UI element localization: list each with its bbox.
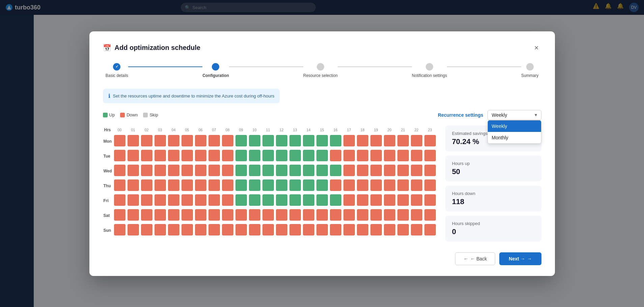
cell-sun-20[interactable] — [383, 223, 396, 238]
cell-fri-18[interactable] — [356, 194, 369, 208]
cell-box-wed-3[interactable] — [155, 165, 166, 176]
cell-sat-9[interactable] — [235, 208, 248, 223]
cell-thu-19[interactable] — [370, 179, 383, 193]
cell-sat-16[interactable] — [329, 208, 342, 223]
cell-sun-15[interactable] — [316, 223, 329, 238]
cell-fri-21[interactable] — [397, 194, 410, 208]
cell-box-fri-22[interactable] — [411, 194, 422, 206]
cell-box-thu-6[interactable] — [195, 179, 206, 191]
cell-box-wed-13[interactable] — [289, 165, 301, 176]
cell-box-fri-6[interactable] — [195, 194, 206, 206]
cell-box-sat-0[interactable] — [114, 209, 125, 221]
cell-sun-0[interactable] — [113, 223, 126, 238]
cell-box-wed-7[interactable] — [208, 165, 220, 176]
cell-fri-8[interactable] — [221, 194, 234, 208]
cell-box-tue-15[interactable] — [316, 150, 328, 161]
cell-box-wed-17[interactable] — [343, 165, 355, 176]
cell-fri-17[interactable] — [343, 194, 356, 208]
cell-fri-14[interactable] — [302, 194, 315, 208]
cell-box-mon-10[interactable] — [249, 135, 260, 146]
cell-box-wed-22[interactable] — [411, 165, 422, 176]
cell-box-fri-14[interactable] — [303, 194, 314, 206]
dropdown-option-weekly[interactable]: Weekly — [488, 120, 541, 132]
cell-box-thu-4[interactable] — [168, 179, 179, 191]
cell-box-fri-10[interactable] — [249, 194, 260, 206]
cell-box-sun-11[interactable] — [262, 224, 274, 235]
cell-box-fri-23[interactable] — [424, 194, 436, 206]
cell-mon-16[interactable] — [329, 134, 342, 148]
cell-fri-19[interactable] — [370, 194, 383, 208]
cell-box-sun-16[interactable] — [330, 224, 341, 235]
cell-box-sat-4[interactable] — [168, 209, 179, 221]
cell-tue-3[interactable] — [154, 149, 167, 163]
cell-mon-6[interactable] — [194, 134, 207, 148]
cell-box-sat-15[interactable] — [316, 209, 328, 221]
cell-box-wed-12[interactable] — [276, 165, 287, 176]
cell-box-tue-13[interactable] — [289, 150, 301, 161]
cell-box-sun-19[interactable] — [370, 224, 382, 235]
cell-sat-7[interactable] — [208, 208, 221, 223]
cell-box-wed-4[interactable] — [168, 165, 179, 176]
cell-box-fri-0[interactable] — [114, 194, 125, 206]
cell-mon-9[interactable] — [235, 134, 248, 148]
cell-box-tue-19[interactable] — [370, 150, 382, 161]
cell-box-fri-19[interactable] — [370, 194, 382, 206]
cell-box-thu-5[interactable] — [181, 179, 193, 191]
cell-wed-10[interactable] — [248, 164, 261, 178]
cell-wed-13[interactable] — [289, 164, 302, 178]
cell-box-tue-21[interactable] — [397, 150, 409, 161]
next-button[interactable]: Next → → — [499, 252, 541, 265]
cell-box-fri-9[interactable] — [235, 194, 247, 206]
cell-thu-22[interactable] — [410, 179, 423, 193]
cell-sat-5[interactable] — [181, 208, 194, 223]
cell-sun-8[interactable] — [221, 223, 234, 238]
cell-box-thu-18[interactable] — [357, 179, 368, 191]
recurrence-dropdown[interactable]: Weekly Monthly — [487, 110, 541, 120]
cell-fri-20[interactable] — [383, 194, 396, 208]
cell-box-wed-16[interactable] — [330, 165, 341, 176]
cell-box-sat-19[interactable] — [370, 209, 382, 221]
cell-sat-6[interactable] — [194, 208, 207, 223]
cell-fri-5[interactable] — [181, 194, 194, 208]
cell-box-wed-11[interactable] — [262, 165, 274, 176]
cell-box-sat-12[interactable] — [276, 209, 287, 221]
cell-sat-20[interactable] — [383, 208, 396, 223]
cell-mon-5[interactable] — [181, 134, 194, 148]
cell-sun-22[interactable] — [410, 223, 423, 238]
cell-box-fri-18[interactable] — [357, 194, 368, 206]
cell-sat-2[interactable] — [140, 208, 153, 223]
cell-sat-14[interactable] — [302, 208, 315, 223]
cell-sat-15[interactable] — [316, 208, 329, 223]
cell-tue-12[interactable] — [275, 149, 288, 163]
cell-box-thu-17[interactable] — [343, 179, 355, 191]
cell-thu-18[interactable] — [356, 179, 369, 193]
cell-mon-19[interactable] — [370, 134, 383, 148]
cell-box-sat-2[interactable] — [141, 209, 152, 221]
cell-box-sat-5[interactable] — [181, 209, 193, 221]
cell-box-sun-3[interactable] — [155, 224, 166, 235]
cell-box-thu-20[interactable] — [384, 179, 395, 191]
cell-box-thu-1[interactable] — [128, 179, 139, 191]
cell-box-tue-11[interactable] — [262, 150, 274, 161]
cell-sat-4[interactable] — [167, 208, 180, 223]
cell-thu-9[interactable] — [235, 179, 248, 193]
cell-box-sat-17[interactable] — [343, 209, 355, 221]
cell-box-wed-10[interactable] — [249, 165, 260, 176]
cell-box-mon-17[interactable] — [343, 135, 355, 146]
cell-box-wed-21[interactable] — [397, 165, 409, 176]
cell-sat-13[interactable] — [289, 208, 302, 223]
cell-box-sun-17[interactable] — [343, 224, 355, 235]
cell-box-tue-6[interactable] — [195, 150, 206, 161]
cell-box-sun-18[interactable] — [357, 224, 368, 235]
cell-box-fri-15[interactable] — [316, 194, 328, 206]
cell-mon-10[interactable] — [248, 134, 261, 148]
cell-wed-22[interactable] — [410, 164, 423, 178]
cell-box-wed-8[interactable] — [222, 165, 233, 176]
cell-box-sat-23[interactable] — [424, 209, 436, 221]
cell-thu-23[interactable] — [424, 179, 437, 193]
cell-box-thu-23[interactable] — [424, 179, 436, 191]
cell-box-tue-1[interactable] — [128, 150, 139, 161]
cell-wed-16[interactable] — [329, 164, 342, 178]
cell-box-mon-3[interactable] — [155, 135, 166, 146]
cell-box-tue-12[interactable] — [276, 150, 287, 161]
